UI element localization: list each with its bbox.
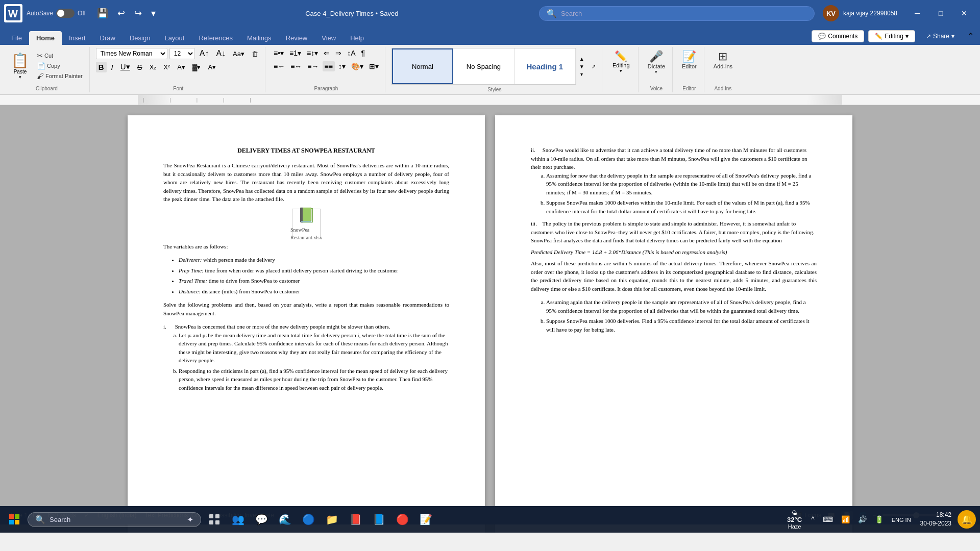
share-button[interactable]: ↗ Share ▾ xyxy=(919,30,961,42)
taskbar-chrome[interactable]: 🔴 xyxy=(392,509,412,530)
align-right-button[interactable]: ≡→ xyxy=(305,61,321,71)
increase-indent-button[interactable]: ⇒ xyxy=(333,48,344,58)
editor-button[interactable]: 📝 Editor xyxy=(679,48,700,71)
taskbar-search[interactable]: 🔍 Search ✦ xyxy=(28,512,201,527)
styles-dialog-button[interactable]: ↗ xyxy=(590,63,598,70)
language-icon[interactable]: ENG IN xyxy=(889,513,914,525)
numbering-button[interactable]: ≡1▾ xyxy=(287,48,303,58)
styles-scroll-down[interactable]: ▼ xyxy=(577,63,586,70)
styles-scroll-up[interactable]: ▲ xyxy=(577,56,586,62)
comments-button[interactable]: 💬 Comments xyxy=(812,30,864,42)
show-hidden-icons[interactable]: ^ xyxy=(808,513,818,525)
save-button[interactable]: 💾 xyxy=(94,6,111,21)
bold-button[interactable]: B xyxy=(96,62,107,72)
change-case-button[interactable]: Aa▾ xyxy=(230,49,247,59)
taskbar-pdf[interactable]: 📕 xyxy=(345,509,365,530)
notification-icon[interactable]: 🔔 xyxy=(958,510,976,529)
item3-sub-list: Assuming again that the delivery people … xyxy=(531,298,817,334)
superscript-button[interactable]: X² xyxy=(161,62,173,72)
font-format-row: B I U▾ S X₂ X² A▾ ▓▾ A▾ xyxy=(96,61,218,72)
subscript-button[interactable]: X₂ xyxy=(147,62,159,72)
search-bar[interactable]: 🔍 xyxy=(539,6,815,21)
taskbar-copilot[interactable]: 🔵 xyxy=(298,509,318,530)
maximize-button[interactable]: □ xyxy=(929,5,952,21)
speaker-icon[interactable]: 🔊 xyxy=(855,513,870,525)
tab-home[interactable]: Home xyxy=(29,31,62,45)
keyboard-icon[interactable]: ⌨ xyxy=(820,513,836,525)
ribbon: 📋 Paste ▾ ✂ Cut 📄 Copy 🖌 Format Painter xyxy=(0,45,980,95)
taskbar-taskview[interactable] xyxy=(204,509,225,530)
tab-review[interactable]: Review xyxy=(279,31,315,45)
decrease-indent-button[interactable]: ⇐ xyxy=(322,48,332,58)
editing-tool: ✏️ Editing ▾ xyxy=(608,48,634,76)
shading-para-button[interactable]: 🎨▾ xyxy=(349,61,365,71)
align-center-button[interactable]: ≡↔ xyxy=(288,61,304,71)
network-icon[interactable]: 📶 xyxy=(838,513,853,525)
style-heading1[interactable]: Heading 1 xyxy=(514,48,576,84)
editing-dropdown[interactable]: ✏️ Editing ▾ xyxy=(868,30,915,42)
copy-button[interactable]: 📄 Copy xyxy=(34,61,85,70)
sort-button[interactable]: ↕A xyxy=(345,48,357,58)
tab-mailings[interactable]: Mailings xyxy=(240,31,279,45)
clock[interactable]: 18:42 30-09-2023 xyxy=(916,509,955,530)
shrink-font-button[interactable]: A↓ xyxy=(213,48,228,59)
search-input[interactable] xyxy=(561,10,807,17)
taskbar-word2[interactable]: 📝 xyxy=(415,509,436,530)
tab-help[interactable]: Help xyxy=(343,31,371,45)
format-painter-button[interactable]: 🖌 Format Painter xyxy=(34,71,85,81)
bullets-button[interactable]: ≡•▾ xyxy=(272,48,286,58)
undo-button[interactable]: ↩ xyxy=(114,6,128,21)
clear-format-button[interactable]: 🗑 xyxy=(249,49,261,59)
underline-button[interactable]: U▾ xyxy=(118,61,133,72)
taskbar-edge[interactable]: 🌊 xyxy=(275,509,295,530)
autosave-toggle[interactable] xyxy=(56,9,75,18)
minimize-button[interactable]: ─ xyxy=(905,5,929,21)
style-no-spacing[interactable]: No Spacing xyxy=(453,48,514,84)
taskbar-teams[interactable]: 👥 xyxy=(228,509,248,530)
page-1: DELIVERY TIMES AT SNOWPEA RESTAURANT The… xyxy=(128,115,485,533)
taskbar-word[interactable]: 📘 xyxy=(369,509,389,530)
tab-references[interactable]: References xyxy=(191,31,239,45)
tab-draw[interactable]: Draw xyxy=(93,31,122,45)
customize-button[interactable]: ▾ xyxy=(148,6,159,21)
style-normal[interactable]: Normal xyxy=(392,48,453,84)
font-color-button[interactable]: A▾ xyxy=(175,62,188,72)
multilevel-button[interactable]: ≡↕▾ xyxy=(305,48,320,58)
justify-button[interactable]: ≡≡ xyxy=(323,61,335,71)
tab-insert[interactable]: Insert xyxy=(62,31,93,45)
collapse-ribbon-button[interactable]: ⌃ xyxy=(965,29,976,43)
close-button[interactable]: ✕ xyxy=(952,5,976,21)
show-marks-button[interactable]: ¶ xyxy=(359,48,368,58)
addins-button[interactable]: ⊞ Add-ins xyxy=(710,48,736,71)
italic-button[interactable]: I xyxy=(109,62,116,72)
clipboard-group: 📋 Paste ▾ ✂ Cut 📄 Copy 🖌 Format Painter xyxy=(4,47,90,92)
styles-more[interactable]: ▾ xyxy=(577,71,586,78)
font-group: Times New Roman 12 A↑ A↓ Aa▾ 🗑 B I U▾ S … xyxy=(92,47,265,92)
border-button[interactable]: ⊞▾ xyxy=(367,61,381,71)
paragraph-group: ≡•▾ ≡1▾ ≡↕▾ ⇐ ⇒ ↕A ¶ ≡← ≡↔ ≡→ ≡≡ ↕▾ 🎨▾ ⊞… xyxy=(267,47,385,92)
styles-group: Normal No Spacing Heading 1 ▲ ▼ ▾ ↗ Styl… xyxy=(387,47,602,92)
taskbar-chat[interactable]: 💬 xyxy=(251,509,272,530)
taskbar-fileexplorer[interactable]: 📁 xyxy=(322,509,342,530)
tab-view[interactable]: View xyxy=(314,31,343,45)
dictate-button[interactable]: 🎤 Dictate ▾ xyxy=(645,48,668,77)
grow-font-button[interactable]: A↑ xyxy=(197,48,212,59)
tab-file[interactable]: File xyxy=(4,31,29,45)
start-button[interactable] xyxy=(4,509,24,530)
tab-layout[interactable]: Layout xyxy=(157,31,191,45)
font-name-select[interactable]: Times New Roman xyxy=(96,48,167,59)
paste-button[interactable]: 📋 Paste ▾ xyxy=(8,51,32,81)
weather-widget[interactable]: 🌤 32°C Haze xyxy=(783,510,806,530)
excel-file-icon[interactable]: 📗 SnowPea Restaurant.xlsx xyxy=(292,209,321,237)
shading-button[interactable]: A▾ xyxy=(205,62,218,72)
tab-design[interactable]: Design xyxy=(122,31,157,45)
battery-icon[interactable]: 🔋 xyxy=(872,513,887,525)
highlight-button[interactable]: ▓▾ xyxy=(190,62,203,72)
align-left-button[interactable]: ≡← xyxy=(272,61,287,71)
font-size-select[interactable]: 12 xyxy=(169,48,195,59)
editing-button[interactable]: ✏️ Editing ▾ xyxy=(608,48,634,76)
line-spacing-button[interactable]: ↕▾ xyxy=(336,61,348,71)
redo-button[interactable]: ↪ xyxy=(131,6,145,21)
strikethrough-button[interactable]: S xyxy=(135,62,145,72)
cut-button[interactable]: ✂ Cut xyxy=(34,51,85,60)
